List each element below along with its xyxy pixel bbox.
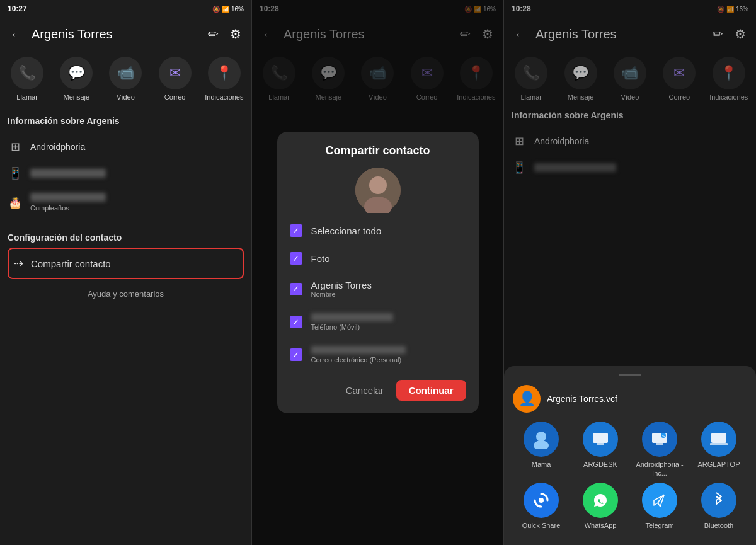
panel-share-sheet: 10:28 🔕 📶 16% ← Argenis Torres ✏ ⚙ 📞 Lla… [504,0,756,545]
modal-option-all[interactable]: ✓ Seleccionar todo [290,221,466,241]
phone-number-blurred [30,169,106,178]
share-icon: ⇢ [14,256,23,270]
bluetooth-icon [701,483,736,518]
argdesk-label: ARGDESK [583,461,617,469]
share-app-arglaptop[interactable]: ARGLAPTOP [690,422,747,477]
svg-rect-5 [593,433,608,443]
svg-point-3 [536,432,546,442]
argdesk-icon [583,422,618,457]
share-app-quickshare[interactable]: Quick Share [513,483,570,530]
birthday-blurred [30,193,106,202]
modal-buttons: Cancelar Continuar [290,375,466,401]
option-name-label: Argenis Torres [311,280,372,290]
checkbox-all[interactable]: ✓ [290,224,302,237]
share-sheet: 👤 Argenis Torres.vcf Mama [504,366,756,545]
email-label: Correo [164,93,186,101]
message-label: Mensaje [63,93,89,101]
file-name: Argenis Torres.vcf [547,394,617,404]
share-app-androidphoria[interactable]: S Androidphoria - Inc... [631,422,688,477]
birthday-label: Cumpleaños [30,204,69,212]
phone-icon: 📱 [8,166,23,180]
modal-option-email[interactable]: ✓ Correo electrónico (Personal) [290,342,466,367]
quickshare-label: Quick Share [522,522,561,530]
action-video-1[interactable]: 📹 Vídeo [105,57,146,101]
company-text: Androidphoria [30,142,85,152]
share-app-bluetooth[interactable]: Bluetooth [690,483,747,530]
checkbox-phone[interactable]: ✓ [290,316,302,328]
telegram-label: Telegram [645,522,673,530]
share-contact-button[interactable]: ⇢ Compartir contacto [8,248,244,279]
action-call-1[interactable]: 📞 Llamar [7,57,47,101]
info-section-title-1: Información sobre Argenis [8,116,244,126]
file-row: 👤 Argenis Torres.vcf [513,385,747,413]
share-apps-grid: Mama ARGDESK S [513,422,747,530]
checkbox-email[interactable]: ✓ [290,348,302,361]
directions-label: Indicaciones [205,93,243,101]
back-button-1[interactable]: ← [8,25,25,44]
continue-button[interactable]: Continuar [396,380,466,401]
share-app-mama[interactable]: Mama [513,422,570,477]
action-row-1: 📞 Llamar 💬 Mensaje 📹 Vídeo ✉ Correo 📍 In… [0,50,251,105]
svg-rect-6 [597,443,604,445]
checkbox-photo[interactable]: ✓ [290,252,302,265]
email-blurred-modal [311,346,406,354]
checkbox-name[interactable]: ✓ [290,283,302,295]
share-app-telegram[interactable]: Telegram [631,483,688,530]
modal-option-phone[interactable]: ✓ Teléfono (Móvil) [290,309,466,335]
file-icon: 👤 [513,385,541,413]
phone-row[interactable]: 📱 [8,160,244,186]
modal-option-name[interactable]: ✓ Argenis Torres Nombre [290,276,466,302]
mute-icon: 🔕 [212,6,220,13]
top-bar-1: ← Argenis Torres ✏ ⚙ [0,18,251,50]
option-all-label: Seleccionar todo [311,226,382,236]
birthday-row: 🎂 Cumpleaños [8,186,244,219]
menu-button-1[interactable]: ⚙ [227,24,244,44]
edit-button-1[interactable]: ✏ [205,24,221,44]
help-link[interactable]: Ayuda y comentarios [8,279,244,309]
whatsapp-icon [583,483,618,518]
config-section-title: Configuración del contacto [8,225,244,248]
share-contact-label: Compartir contacto [31,258,111,269]
action-directions-1[interactable]: 📍 Indicaciones [204,57,244,101]
cancel-button[interactable]: Cancelar [346,380,384,401]
share-app-argdesk[interactable]: ARGDESK [572,422,629,477]
status-bar-1: 10:27 🔕 📶 16% [0,0,251,18]
modal-overlay: Compartir contacto ✓ Seleccionar todo ✓ … [252,0,503,545]
androidphoria-label: Androidphoria - Inc... [631,461,688,477]
arglaptop-icon [701,422,736,457]
quickshare-icon [524,483,559,518]
arglaptop-label: ARGLAPTOP [697,461,740,469]
bluetooth-label: Bluetooth [704,522,733,530]
telegram-icon [642,483,677,518]
modal-option-photo[interactable]: ✓ Foto [290,248,466,268]
svg-text:S: S [662,434,665,438]
svg-rect-11 [711,433,726,443]
call-label: Llamar [16,93,38,101]
content-area-1: Información sobre Argenis ⊞ Androidphori… [0,111,251,545]
panel-share-modal: 10:28 🔕 📶 16% ← Argenis Torres ✏ ⚙ 📞 Lla… [252,0,504,545]
modal-avatar [355,168,401,213]
option-photo-label: Foto [311,253,330,264]
call-icon: 📞 [11,57,43,89]
whatsapp-label: WhatsApp [585,522,617,530]
modal-title: Compartir contacto [325,144,430,158]
battery-icon: 16% [231,6,244,13]
share-app-whatsapp[interactable]: WhatsApp [572,483,629,530]
svg-point-1 [369,176,387,194]
panel-contact-view: 10:27 🔕 📶 16% ← Argenis Torres ✏ ⚙ 📞 Lla… [0,0,252,545]
message-icon: 💬 [60,57,93,89]
birthday-icon: 🎂 [8,196,23,210]
mama-icon [524,422,559,457]
svg-point-4 [534,440,549,449]
email-icon: ✉ [159,57,192,89]
action-email-1[interactable]: ✉ Correo [155,57,195,101]
contact-name-1: Argenis Torres [32,27,199,42]
sheet-handle [619,374,641,376]
svg-rect-8 [656,443,663,445]
action-message-1[interactable]: 💬 Mensaje [56,57,96,101]
phone-blurred-modal [311,313,393,321]
svg-rect-12 [710,443,728,445]
svg-point-13 [539,498,544,503]
company-row: ⊞ Androidphoria [8,134,244,160]
signal-icon: 📶 [222,6,229,13]
